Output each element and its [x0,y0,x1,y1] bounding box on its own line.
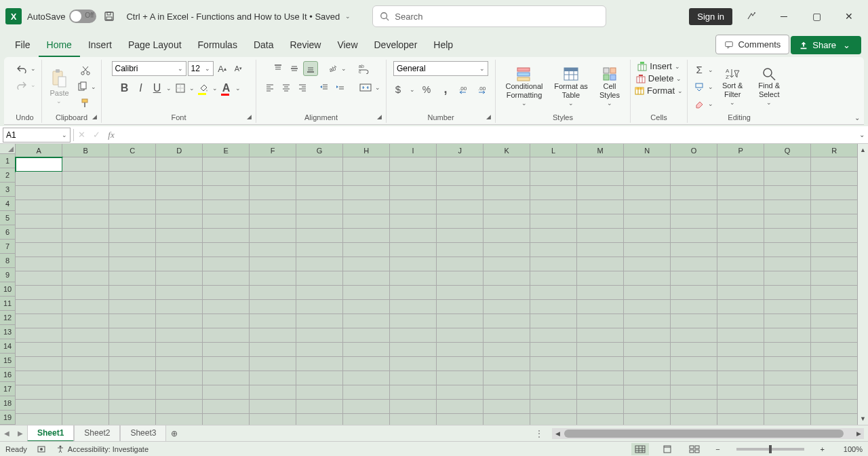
underline-dropdown-icon[interactable]: ⌄ [166,85,172,92]
cell[interactable] [437,200,484,214]
cell[interactable] [156,385,203,400]
cell[interactable] [250,172,296,186]
cell[interactable] [764,172,811,186]
cell[interactable] [437,172,484,186]
cell[interactable] [577,157,624,172]
expand-formula-bar-icon[interactable]: ⌄ [856,131,868,138]
cell[interactable] [577,186,624,200]
sheet-nav-prev[interactable]: ◀ [0,430,14,437]
cell[interactable] [717,400,764,414]
cell[interactable] [577,214,624,229]
cell[interactable] [764,214,811,229]
cell[interactable] [671,200,717,214]
paste-button[interactable]: Paste ⌄ [47,67,71,107]
cell[interactable] [764,229,811,243]
find-select-button[interactable]: Find & Select⌄ [751,65,787,108]
cell[interactable] [343,286,390,300]
clipboard-dialog-launcher[interactable]: ◢ [90,113,98,121]
decrease-decimal-button[interactable]: .00 [476,82,491,97]
cell[interactable] [203,229,250,243]
cell[interactable] [109,371,156,385]
cell[interactable] [16,200,62,214]
cell[interactable] [484,400,530,414]
cell[interactable] [109,186,156,200]
cell[interactable] [577,400,624,414]
clear-button[interactable] [692,96,707,111]
cell[interactable] [577,200,624,214]
cell[interactable] [156,157,203,172]
cell[interactable] [577,328,624,343]
cell[interactable] [296,343,343,357]
cell[interactable] [250,214,296,229]
cell[interactable] [343,357,390,371]
cell[interactable] [390,186,437,200]
fill-color-dropdown-icon[interactable]: ⌄ [212,85,218,92]
cell[interactable] [811,328,858,343]
sort-filter-button[interactable]: AZ Sort & Filter⌄ [716,65,749,108]
cell[interactable] [764,271,811,286]
scroll-down-icon[interactable]: ▼ [858,413,868,425]
cell[interactable] [16,229,62,243]
row-header[interactable]: 3 [0,183,16,197]
cell[interactable] [343,271,390,286]
column-header[interactable]: M [577,144,624,157]
cell[interactable] [671,229,717,243]
share-button[interactable]: Share ⌄ [791,36,861,54]
cell[interactable] [250,229,296,243]
cell[interactable] [811,186,858,200]
tab-data[interactable]: Data [245,34,282,57]
cell[interactable] [296,314,343,328]
font-color-button[interactable]: A [219,80,234,96]
cell[interactable] [343,343,390,357]
cell[interactable] [16,300,62,314]
cell[interactable] [16,371,62,385]
cell[interactable] [717,243,764,257]
cell[interactable] [484,300,530,314]
cell[interactable] [390,172,437,186]
cell[interactable] [577,243,624,257]
redo-button[interactable] [14,77,29,92]
cell[interactable] [437,286,484,300]
cell[interactable] [484,214,530,229]
cell[interactable] [577,385,624,400]
cell[interactable] [437,343,484,357]
cell[interactable] [811,271,858,286]
cell[interactable] [343,186,390,200]
cell[interactable] [156,328,203,343]
cell[interactable] [62,271,109,286]
cell[interactable] [671,286,717,300]
insert-dropdown-icon[interactable]: ⌄ [675,63,680,70]
cell[interactable] [343,371,390,385]
cell[interactable] [203,200,250,214]
cell[interactable] [203,243,250,257]
cell[interactable] [62,400,109,414]
column-header[interactable]: N [624,144,671,157]
cell[interactable] [296,214,343,229]
cell[interactable] [717,357,764,371]
cell[interactable] [530,371,577,385]
increase-decimal-button[interactable]: .00 [457,82,472,97]
cell[interactable] [437,157,484,172]
cell[interactable] [717,414,764,425]
cell[interactable] [156,214,203,229]
page-layout-view-button[interactable] [658,443,676,455]
cell[interactable] [484,186,530,200]
autosum-button[interactable]: Σ [692,62,707,77]
zoom-level[interactable]: 100% [837,445,863,453]
cell[interactable] [296,286,343,300]
sheet-tab[interactable]: Sheet3 [120,425,166,442]
cell[interactable] [671,300,717,314]
cell[interactable] [62,343,109,357]
cell[interactable] [577,314,624,328]
tab-help[interactable]: Help [425,34,461,57]
cell[interactable] [671,243,717,257]
column-header[interactable]: D [156,144,203,157]
cell[interactable] [343,200,390,214]
cell[interactable] [624,343,671,357]
cell[interactable] [624,214,671,229]
row-header[interactable]: 1 [0,154,16,168]
cell[interactable] [717,214,764,229]
column-header[interactable]: G [296,144,343,157]
decrease-indent-button[interactable] [317,80,332,95]
clear-dropdown-icon[interactable]: ⌄ [708,100,713,107]
